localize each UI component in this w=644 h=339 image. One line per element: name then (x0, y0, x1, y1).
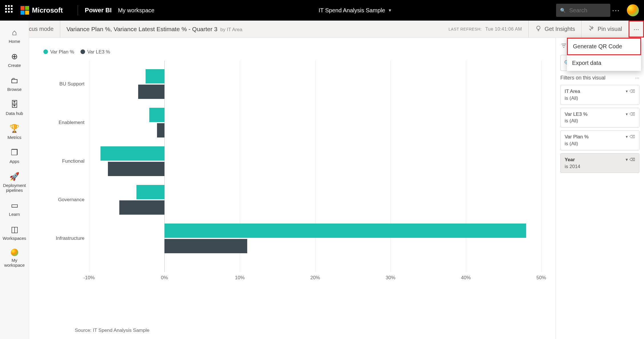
pin-visual-button[interactable]: Pin visual (581, 21, 628, 37)
filter-card-name: Var LE3 % (565, 111, 587, 118)
global-search-input[interactable] (569, 7, 606, 14)
pin-visual-label: Pin visual (597, 26, 622, 32)
filter-card-value: is (All) (565, 95, 635, 102)
powerbi-label[interactable]: Power BI (85, 7, 112, 14)
legend-swatch-teal-icon (43, 49, 48, 54)
nav-workspaces-label: Workspaces (3, 236, 26, 241)
filter-card-name: IT Area (565, 88, 580, 95)
nav-my-workspace[interactable]: My workspace (0, 245, 29, 272)
settings-more-icon[interactable]: ··· (610, 6, 622, 15)
y-category-label: BU Support (59, 81, 89, 87)
nav-myws-label: My workspace (1, 258, 28, 268)
chevron-down-icon[interactable]: ▾ (626, 111, 628, 117)
filter-card-year[interactable]: Yearis 2014▾⌫ (560, 153, 639, 173)
svg-point-0 (537, 26, 540, 29)
nav-create[interactable]: ⊕Create (0, 48, 29, 72)
nav-pipelines[interactable]: 🚀Deployment pipelines (0, 168, 29, 197)
global-search[interactable]: 🔍 (556, 4, 610, 17)
lightbulb-icon (535, 25, 542, 33)
nav-create-label: Create (8, 63, 21, 68)
filter-card-value: is 2014 (565, 163, 635, 170)
last-refresh-label: LAST REFRESH: (448, 27, 482, 31)
chart-legend: Var Plan % Var LE3 % (43, 49, 541, 55)
bar-var-le3--governance[interactable] (119, 200, 164, 215)
get-insights-label: Get Insights (545, 26, 575, 32)
filter-card-var-le3-[interactable]: Var LE3 %is (All)▾⌫ (560, 108, 639, 128)
eraser-icon[interactable]: ⌫ (629, 89, 635, 94)
book-icon: ▭ (11, 201, 18, 210)
bar-var-plan--enablement[interactable] (149, 108, 164, 122)
visual-title-by: by IT Area (220, 27, 242, 33)
nav-browse[interactable]: 🗀Browse (0, 72, 29, 96)
visual-title: Variance Plan %, Variance Latest Estimat… (60, 26, 249, 33)
legend-le3-label: Var LE3 % (87, 49, 110, 55)
bar-chart[interactable]: -10%0%10%20%30%40%50%BU SupportEnablemen… (89, 61, 541, 284)
chevron-down-icon[interactable]: ▾ (626, 134, 628, 140)
x-tick-label: 0% (161, 275, 168, 281)
pin-icon (588, 25, 595, 33)
content: Var Plan % Var LE3 % -10%0%10%20%30%40%5… (29, 38, 644, 339)
global-header: Microsoft Power BI My workspace IT Spend… (0, 0, 644, 21)
chevron-down-icon[interactable]: ▾ (626, 89, 628, 94)
eraser-icon[interactable]: ⌫ (629, 157, 635, 163)
microsoft-logo-icon (21, 6, 29, 15)
nav-metrics[interactable]: 🏆Metrics (0, 120, 29, 144)
bar-var-plan--functional[interactable] (100, 146, 164, 161)
plus-circle-icon: ⊕ (11, 52, 18, 61)
nav-learn-label: Learn (9, 212, 20, 217)
nav-home[interactable]: ⌂Home (0, 24, 29, 48)
eraser-icon[interactable]: ⌫ (629, 111, 635, 117)
bar-var-le3--bu-support[interactable] (138, 85, 164, 99)
chart-source: Source: IT Spend Analysis Sample (75, 328, 149, 333)
microsoft-label: Microsoft (32, 6, 63, 14)
filters-subheading: Filters on this visual ··· (560, 75, 639, 81)
visual-title-main: Variance Plan %, Variance Latest Estimat… (67, 26, 218, 33)
x-tick-label: 50% (536, 275, 546, 281)
avatar[interactable] (627, 4, 639, 16)
database-icon: 🗄 (11, 100, 19, 109)
bar-var-le3--infrastructure[interactable] (164, 239, 247, 253)
eraser-icon[interactable]: ⌫ (629, 134, 635, 140)
app-launcher-icon[interactable] (5, 5, 15, 15)
rocket-icon: 🚀 (9, 172, 19, 181)
nav-metrics-label: Metrics (7, 135, 21, 140)
get-insights-button[interactable]: Get Insights (528, 21, 581, 37)
filters-subheading-label: Filters on this visual (560, 75, 605, 81)
filters-more-icon[interactable]: ··· (635, 75, 639, 81)
y-category-label: Infrastructure (56, 236, 89, 241)
nav-learn[interactable]: ▭Learn (0, 197, 29, 221)
report-toolbar: ‹ Exit Focus mode Variance Plan %, Varia… (0, 21, 644, 38)
more-options-menu: Generate QR Code Export data (567, 38, 641, 71)
bar-var-plan--governance[interactable] (136, 185, 164, 199)
workspace-breadcrumb[interactable]: My workspace (118, 7, 154, 14)
legend-item-plan[interactable]: Var Plan % (43, 49, 74, 55)
menu-generate-qr[interactable]: Generate QR Code (567, 38, 641, 55)
nav-workspaces[interactable]: ◫Workspaces (0, 221, 29, 245)
nav-home-label: Home (9, 39, 20, 44)
legend-item-le3[interactable]: Var LE3 % (80, 49, 110, 55)
divider (78, 5, 78, 15)
nav-browse-label: Browse (7, 87, 21, 92)
bar-var-plan--infrastructure[interactable] (164, 224, 526, 238)
filter-card-value: is (All) (565, 117, 635, 124)
filters-panel: Filters » 🔍 Filters on this visual ··· I… (556, 38, 644, 339)
nav-datahub[interactable]: 🗄Data hub (0, 96, 29, 120)
filter-card-var-plan-[interactable]: Var Plan %is (All)▾⌫ (560, 130, 639, 150)
bar-var-le3--functional[interactable] (108, 162, 164, 176)
chevron-down-icon[interactable]: ▾ (626, 157, 628, 163)
chart-area: Var Plan % Var LE3 % -10%0%10%20%30%40%5… (29, 38, 556, 339)
workspaces-icon: ◫ (11, 225, 18, 234)
report-title-dropdown[interactable]: IT Spend Analysis Sample ▼ (154, 7, 556, 14)
apps-icon: ❐ (11, 148, 18, 157)
more-icon: ··· (633, 25, 639, 33)
nav-rail: ⌂Home ⊕Create 🗀Browse 🗄Data hub 🏆Metrics… (0, 21, 29, 339)
bar-var-le3--enablement[interactable] (157, 123, 164, 137)
bar-var-plan--bu-support[interactable] (146, 69, 164, 83)
nav-apps[interactable]: ❐Apps (0, 144, 29, 168)
legend-plan-label: Var Plan % (50, 49, 74, 55)
menu-export-data[interactable]: Export data (567, 55, 641, 71)
filter-card-it-area[interactable]: IT Areais (All)▾⌫ (560, 85, 639, 105)
more-options-button[interactable]: ··· (628, 21, 644, 37)
home-icon: ⌂ (12, 28, 17, 37)
y-category-label: Functional (62, 158, 89, 164)
